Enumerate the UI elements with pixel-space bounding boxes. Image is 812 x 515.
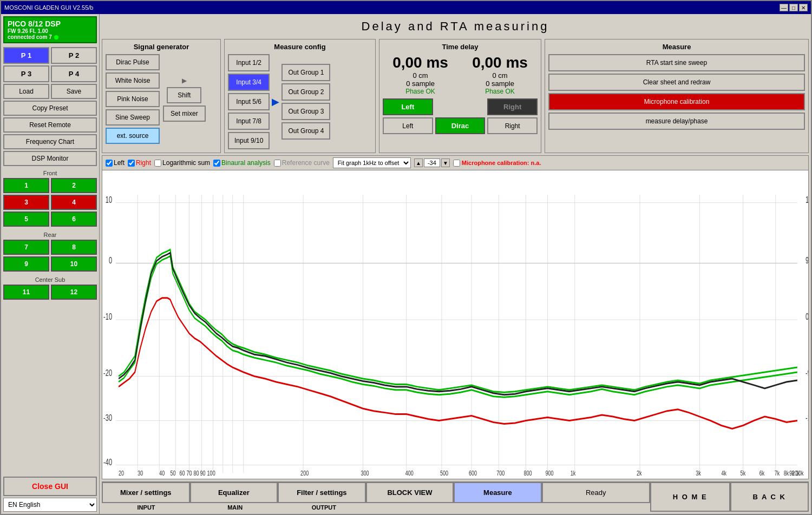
channel-2-button[interactable]: 2 xyxy=(51,178,97,193)
language-select[interactable]: EN English xyxy=(3,498,97,512)
time-delay-section: Time delay 0,00 ms 0 cm 0 sample Phase O… xyxy=(379,39,541,153)
log-checkbox-label[interactable]: Logarithmic sum xyxy=(154,159,210,167)
channel-12-button[interactable]: 12 xyxy=(51,285,97,300)
ref-checkbox[interactable] xyxy=(274,160,281,167)
back-button[interactable]: B A C K xyxy=(730,482,809,512)
reset-remote-button[interactable]: Reset Remote xyxy=(3,117,97,133)
home-button[interactable]: H O M E xyxy=(650,482,730,512)
binaural-checkbox[interactable] xyxy=(213,160,220,167)
copy-preset-button[interactable]: Copy Preset xyxy=(3,101,97,116)
ext-source-button[interactable]: ext. source xyxy=(106,128,160,144)
channel-3-button[interactable]: 3 xyxy=(3,195,49,210)
svg-text:-10: -10 xyxy=(103,312,112,322)
channel-4-button[interactable]: 4 xyxy=(51,195,97,210)
preset-p3-button[interactable]: P 3 xyxy=(3,65,49,82)
channel-11-button[interactable]: 11 xyxy=(3,285,49,300)
mic-calibration-button[interactable]: Microphone calibration xyxy=(548,93,805,110)
fit-graph-select[interactable]: Fit graph 1kHz to offset xyxy=(333,157,411,168)
block-view-button[interactable]: BLOCK VIEW xyxy=(366,482,454,503)
channel-6-button[interactable]: 6 xyxy=(51,212,97,227)
preset-p2-button[interactable]: P 2 xyxy=(51,47,97,64)
signal-generator-buttons: Dirac Pulse White Noise Pink Noise Sine … xyxy=(106,54,160,144)
left-btn2-button[interactable]: Left xyxy=(383,117,433,134)
svg-text:3k: 3k xyxy=(696,469,701,477)
left-checkbox[interactable] xyxy=(106,160,113,167)
right-btn2-button[interactable]: Right xyxy=(487,117,538,134)
left-checkbox-label[interactable]: Left xyxy=(106,159,125,167)
load-button[interactable]: Load xyxy=(3,84,49,99)
minimize-button[interactable]: — xyxy=(780,4,788,11)
frequency-chart-button[interactable]: Frequency Chart xyxy=(3,134,97,149)
out-group-1-button[interactable]: Out Group 1 xyxy=(281,64,330,81)
svg-text:700: 700 xyxy=(496,469,505,477)
left-delay-phase: Phase OK xyxy=(383,88,458,95)
right-checkbox[interactable] xyxy=(128,160,135,167)
svg-text:6k: 6k xyxy=(759,469,765,477)
mixer-settings-button[interactable]: Mixer / settings xyxy=(102,482,190,503)
binaural-checkbox-label[interactable]: Binaural analysis xyxy=(213,159,271,167)
left-measure-button[interactable]: Left xyxy=(383,98,433,115)
channel-8-button[interactable]: 8 xyxy=(51,240,97,255)
channel-7-button[interactable]: 7 xyxy=(3,240,49,255)
white-noise-button[interactable]: White Noise xyxy=(106,72,160,89)
front-label: Front xyxy=(3,170,97,176)
log-checkbox[interactable] xyxy=(154,160,161,167)
input-label: INPUT xyxy=(102,503,191,512)
ref-checkbox-label[interactable]: Reference curve xyxy=(274,159,330,167)
signal-generator-header: Signal generator xyxy=(106,43,217,51)
svg-text:500: 500 xyxy=(440,469,448,477)
svg-text:20: 20 xyxy=(119,469,124,477)
out-group-2-button[interactable]: Out Group 2 xyxy=(281,83,330,101)
input-12-button[interactable]: Input 1/2 xyxy=(228,54,270,71)
svg-text:400: 400 xyxy=(405,469,414,477)
left-delay-cm: 0 cm xyxy=(383,71,458,80)
input-34-button[interactable]: Input 3/4 xyxy=(228,74,270,91)
input-910-button[interactable]: Input 9/10 xyxy=(228,132,270,149)
input-78-button[interactable]: Input 7/8 xyxy=(228,113,270,130)
rta-start-button[interactable]: RTA start sine sweep xyxy=(548,54,805,71)
preset-grid: P 1 P 2 P 3 P 4 xyxy=(3,47,97,82)
input-56-button[interactable]: Input 5/6 xyxy=(228,93,270,110)
db-up-button[interactable]: ▲ xyxy=(414,159,423,167)
right-delay-sample: 0 sample xyxy=(462,80,538,88)
out-group-3-button[interactable]: Out Group 3 xyxy=(281,103,330,120)
out-group-4-button[interactable]: Out Group 4 xyxy=(281,122,330,140)
close-button[interactable]: ✕ xyxy=(799,4,808,11)
preset-p4-button[interactable]: P 4 xyxy=(51,65,97,82)
nav-main-section: Mixer / settings Equalizer Filter / sett… xyxy=(102,482,650,512)
svg-text:-90°: -90° xyxy=(806,368,808,378)
svg-text:-180°: -180° xyxy=(806,412,808,422)
dsp-monitor-button[interactable]: DSP Monitor xyxy=(3,151,97,166)
clear-redraw-button[interactable]: Clear sheet and redraw xyxy=(548,74,805,91)
channel-5-button[interactable]: 5 xyxy=(3,212,49,227)
right-checkbox-label[interactable]: Right xyxy=(128,159,151,167)
measure-config-header: Measure config xyxy=(228,43,372,51)
channel-1-button[interactable]: 1 xyxy=(3,178,49,193)
pink-noise-button[interactable]: Pink Noise xyxy=(106,91,160,107)
mic-cal-checkbox[interactable] xyxy=(453,160,460,167)
svg-text:600: 600 xyxy=(469,469,477,477)
dirac-button[interactable]: Dirac xyxy=(435,117,486,134)
equalizer-button[interactable]: Equalizer xyxy=(190,482,278,503)
maximize-button[interactable]: □ xyxy=(789,4,798,11)
left-delay-ms: 0,00 ms xyxy=(383,54,458,71)
measure-delay-button[interactable]: measure delay/phase xyxy=(548,113,805,130)
dirac-pulse-button[interactable]: Dirac Pulse xyxy=(106,54,160,70)
channel-9-button[interactable]: 9 xyxy=(3,256,49,272)
svg-text:80: 80 xyxy=(194,469,199,477)
filter-settings-button[interactable]: Filter / settings xyxy=(278,482,366,503)
device-fw: FW 9.26 FL 1.00 xyxy=(8,28,93,34)
svg-text:-30: -30 xyxy=(103,412,112,422)
sine-sweep-button[interactable]: Sine Sweep xyxy=(106,109,160,126)
preset-p1-button[interactable]: P 1 xyxy=(3,47,49,64)
right-top-button[interactable]: Right xyxy=(487,98,538,115)
db-down-button[interactable]: ▼ xyxy=(441,159,450,167)
channel-10-button[interactable]: 10 xyxy=(51,256,97,272)
measure-nav-button[interactable]: Measure xyxy=(454,482,542,503)
shift-button[interactable]: Shift xyxy=(167,87,201,103)
svg-rect-0 xyxy=(102,170,808,477)
set-mixer-button[interactable]: Set mixer xyxy=(163,105,206,122)
close-gui-button[interactable]: Close GUI xyxy=(3,477,97,496)
save-button[interactable]: Save xyxy=(51,84,97,99)
mic-cal-checkbox-label[interactable]: Microphone calibration: n.a. xyxy=(453,160,541,167)
